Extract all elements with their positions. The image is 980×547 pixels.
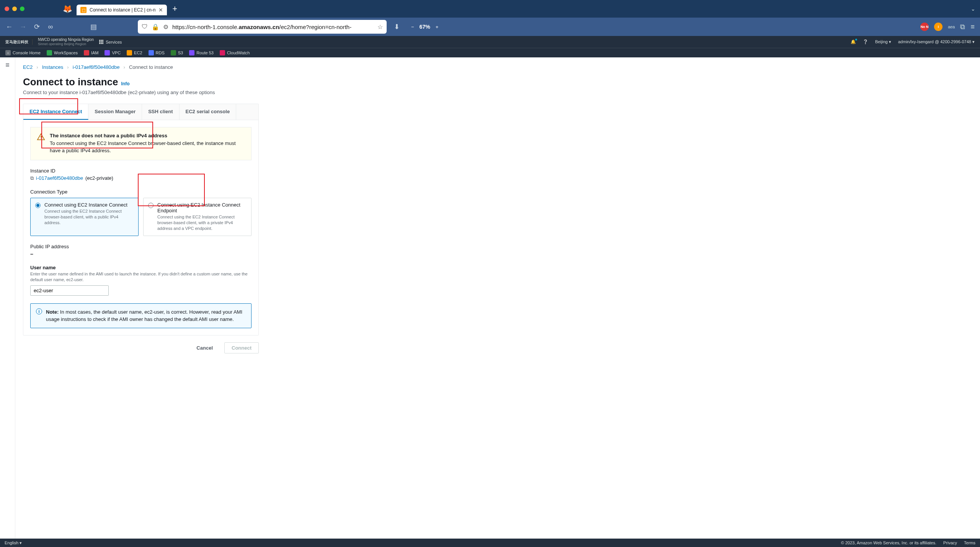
reload-button[interactable]: ⟳	[33, 23, 41, 31]
aws-favicon-icon: ⬚	[80, 7, 87, 13]
aws-logo-block[interactable]: 亚马逊云科技	[5, 39, 33, 45]
radio-desc: Connect using the EC2 Instance Connect b…	[44, 208, 134, 226]
tabs-dropdown-icon[interactable]: ⌄	[971, 6, 975, 12]
new-tab-button[interactable]: +	[172, 4, 177, 14]
subnav-item[interactable]: EC2	[127, 50, 142, 55]
shield-icon[interactable]: 🛡	[142, 23, 148, 30]
downloads-icon[interactable]: ⬇	[393, 23, 400, 31]
forward-button[interactable]: →	[19, 23, 27, 31]
tab-session-manager[interactable]: Session Manager	[88, 104, 142, 120]
radio-title: Connect using EC2 Instance Connect	[44, 202, 134, 208]
subnav-item[interactable]: CloudWatch	[220, 50, 250, 55]
aws-footer: English ▾ © 2023, Amazon Web Services, I…	[0, 539, 980, 547]
breadcrumb-link[interactable]: EC2	[23, 64, 33, 70]
extension-icons: No N I aea ⧉ ≡	[920, 23, 975, 31]
connect-tabs: EC2 Instance Connect Session Manager SSH…	[23, 104, 258, 120]
url-host: amazonaws.cn	[238, 24, 279, 30]
zoom-in-button[interactable]: +	[436, 24, 439, 30]
region-label: Beijing	[875, 39, 888, 44]
instance-id-link[interactable]: i-017aef6f50e480dbe	[36, 175, 83, 181]
service-icon	[149, 50, 154, 55]
username-input[interactable]	[30, 285, 109, 296]
radio-ec2-instance-connect[interactable]: Connect using EC2 Instance Connect Conne…	[30, 198, 139, 236]
close-window-icon[interactable]	[5, 7, 9, 11]
services-label: Services	[106, 40, 122, 44]
subnav-item[interactable]: WorkSpaces	[47, 50, 78, 55]
infinity-icon[interactable]: ∞	[47, 23, 54, 31]
main-content: EC2 › Instances › i-017aef6f50e480dbe › …	[15, 57, 980, 539]
url-bar[interactable]: 🛡 🔒 ⚙ https://cn-north-1.console.amazona…	[138, 20, 387, 34]
radio-desc: Connect using the EC2 Instance Connect b…	[157, 214, 247, 232]
connect-button[interactable]: Connect	[224, 342, 259, 353]
subnav-label: RDS	[156, 50, 165, 55]
connection-type-options: Connect using EC2 Instance Connect Conne…	[30, 198, 252, 236]
close-tab-icon[interactable]: ✕	[158, 7, 163, 13]
subnav-label: S3	[178, 50, 183, 55]
tab-title: Connect to instance | EC2 | cn-n	[90, 7, 155, 13]
lock-icon[interactable]: 🔒	[152, 23, 159, 31]
minimize-window-icon[interactable]	[12, 7, 17, 11]
info-link[interactable]: Info	[121, 81, 129, 86]
region-selector[interactable]: Beijing ▾	[875, 39, 891, 44]
reader-mode-icon[interactable]: ▤	[90, 23, 97, 31]
subnav-item[interactable]: IAM	[84, 50, 99, 55]
language-selector[interactable]: English ▾	[5, 540, 22, 545]
copy-icon[interactable]: ⧉	[30, 175, 34, 181]
breadcrumb-link[interactable]: i-017aef6f50e480dbe	[73, 64, 120, 70]
hamburger-menu-icon[interactable]: ≡	[970, 23, 975, 31]
zoom-out-button[interactable]: −	[411, 24, 414, 30]
subnav-item[interactable]: VPC	[105, 50, 121, 55]
services-button[interactable]: Services	[99, 40, 122, 44]
tab-serial-console[interactable]: EC2 serial console	[180, 104, 237, 120]
tab-ec2-instance-connect[interactable]: EC2 Instance Connect	[23, 104, 88, 120]
subnav-item[interactable]: RDS	[149, 50, 165, 55]
service-icon	[105, 50, 110, 55]
service-icon	[47, 50, 52, 55]
radio-ec2-connect-endpoint[interactable]: Connect using EC2 Instance Connect Endpo…	[143, 198, 252, 236]
cancel-button[interactable]: Cancel	[189, 342, 220, 353]
instance-id-row: ⧉ i-017aef6f50e480dbe (ec2-private)	[30, 175, 252, 181]
sinnet-line: Sinnet operating Beijing Region	[38, 42, 94, 46]
service-icon	[127, 50, 132, 55]
service-icon	[220, 50, 225, 55]
connect-panel: EC2 Instance Connect Session Manager SSH…	[23, 104, 259, 335]
page-subtitle: Connect to your instance i-017aef6f50e48…	[23, 90, 980, 95]
permissions-icon[interactable]: ⚙	[163, 23, 168, 31]
side-panel-toggle[interactable]: ≡	[0, 57, 15, 539]
privacy-link[interactable]: Privacy	[943, 540, 957, 545]
extension-aea[interactable]: aea	[948, 24, 955, 29]
extension-badge-orange[interactable]: I	[934, 23, 942, 31]
maximize-window-icon[interactable]	[20, 7, 24, 11]
subnav-item[interactable]: Route 53	[189, 50, 214, 55]
browser-tab-strip: 🦊 ⬚ Connect to instance | EC2 | cn-n ✕ +…	[0, 0, 980, 18]
zoom-value: 67%	[420, 24, 430, 30]
radio-icon	[148, 203, 154, 208]
account-menu[interactable]: admin/lxy-Isengard @ 4200-2996-0748 ▾	[898, 39, 975, 44]
breadcrumb-link[interactable]: Instances	[42, 64, 64, 70]
url-path: /ec2/home?region=cn-north-	[279, 24, 351, 30]
subnav-item[interactable]: S3	[171, 50, 183, 55]
bookmark-star-icon[interactable]: ☆	[377, 23, 383, 31]
chevron-right-icon: ›	[67, 64, 69, 70]
apps-grid-icon	[99, 40, 103, 44]
public-ip-value: –	[30, 251, 252, 257]
subnav-item[interactable]: ⌂Console Home	[5, 50, 41, 55]
warning-body: To connect using the EC2 Instance Connec…	[50, 140, 245, 155]
back-button[interactable]: ←	[5, 23, 13, 31]
notifications-icon[interactable]: 🔔	[851, 39, 856, 44]
subnav-label: CloudWatch	[227, 50, 250, 55]
action-buttons: Cancel Connect	[23, 342, 259, 353]
browser-tab[interactable]: ⬚ Connect to instance | EC2 | cn-n ✕	[77, 5, 167, 15]
extension-badge-red[interactable]: No N	[920, 23, 929, 31]
svg-point-1	[41, 138, 41, 139]
service-icon	[171, 50, 176, 55]
info-note: i Note: In most cases, the default user …	[30, 303, 252, 328]
extensions-icon[interactable]: ⧉	[960, 23, 965, 31]
terms-link[interactable]: Terms	[964, 540, 975, 545]
language-label: English	[5, 540, 18, 545]
note-text: Note: In most cases, the default user na…	[46, 308, 246, 323]
tab-ssh-client[interactable]: SSH client	[142, 104, 179, 120]
breadcrumb-current: Connect to instance	[129, 64, 173, 70]
help-icon[interactable]: ❔	[863, 39, 868, 44]
service-icon	[84, 50, 89, 55]
